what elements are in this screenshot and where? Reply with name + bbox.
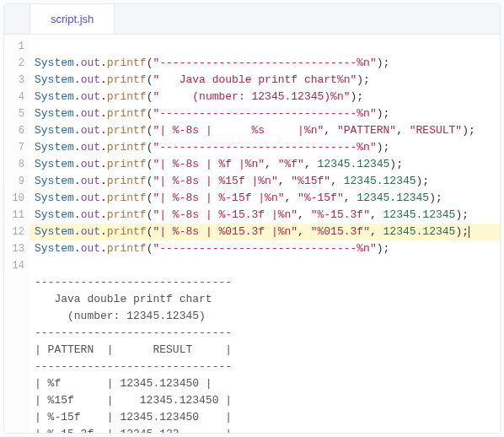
output-text: (number: 12345.12345) [35,310,232,322]
code-token: "%-15.3f" [311,208,370,221]
code-line[interactable]: System.out.printf("---------------------… [29,139,500,156]
code-token: printf [107,90,147,103]
output-line: | %-15.3f | 12345.123 | [29,426,500,433]
code-token: out [81,192,100,204]
code-token: ); [351,90,364,103]
code-line[interactable]: System.out.printf("| %-8s | %15f |%n", "… [29,173,500,190]
code-token: . [100,242,107,255]
output-text: | %f | 12345.123450 | [35,377,212,390]
code-token: printf [107,57,147,69]
code-line[interactable]: System.out.printf("| %-8s | %f |%n", "%f… [29,156,500,173]
line-number: 13 [4,240,24,257]
code-token: . [100,57,107,69]
code-token: , [298,208,311,221]
cursor-caret [469,226,469,238]
line-number: 14 [4,257,24,274]
code-token: ); [416,175,430,187]
code-token: ); [462,124,475,137]
code-token: System [35,57,74,69]
output-line: | %-15f | 12345.123450 | [29,409,500,426]
code-token: out [81,73,100,86]
code-token: . [100,208,107,221]
code-token: "%f" [278,158,304,170]
code-token: , [304,158,318,170]
line-number: 3 [4,72,24,89]
code-token: "RESULT" [410,124,462,137]
output-text: | %15f | 12345.123450 | [35,394,232,407]
output-text: ------------------------------ [35,276,232,289]
code-line[interactable] [29,38,500,55]
code-line[interactable]: System.out.printf("| %-8s | %-15f |%n", … [29,190,500,207]
code-token: System [35,175,74,187]
code-token: , [370,208,383,221]
code-line[interactable]: System.out.printf("---------------------… [29,240,500,257]
code-line[interactable]: System.out.printf("---------------------… [29,55,500,72]
line-number: 12 [4,224,24,240]
tab-bar: script.jsh [4,4,500,35]
code-token: . [100,107,107,120]
code-token: "------------------------------%n" [153,242,376,255]
code-token: "| %-8s | %s |%n" [153,124,324,137]
code-token: System [35,158,74,170]
code-token: System [35,90,74,103]
code-token: , [278,175,292,187]
code-token: ); [377,141,390,154]
code-token: ); [357,73,370,86]
output-line: Java double printf chart [29,291,500,308]
code-line[interactable]: System.out.printf("| %-8s | %-15.3f |%n"… [29,207,500,224]
code-token: ); [455,225,469,238]
code-token: out [81,124,100,137]
code-token: ); [389,158,403,170]
line-number: 6 [4,122,24,139]
code-token: printf [107,107,147,120]
line-number: 4 [4,89,24,105]
line-number: 10 [4,190,24,207]
output-line: ------------------------------ [29,274,500,291]
code-token: out [81,158,100,170]
code-token: out [81,57,100,69]
line-number: 5 [4,105,24,122]
output-line: (number: 12345.12345) [29,308,500,325]
code-token: . [100,124,107,137]
code-token: . [100,141,107,154]
code-area[interactable]: 1234567891011121314 System.out.printf("-… [4,35,500,433]
code-token: , [298,225,311,238]
code-token: ); [377,242,390,255]
code-token: "| %-8s | %15f |%n" [153,175,277,187]
code-token: printf [107,158,147,170]
output-line: | %f | 12345.123450 | [29,375,500,392]
code-token: "------------------------------%n" [153,57,376,69]
output-text: | PATTERN | RESULT | [35,343,232,356]
code-token: . [100,192,107,204]
file-tab[interactable]: script.jsh [29,4,115,34]
code-line[interactable]: System.out.printf(" (number: 12345.12345… [29,89,500,105]
code-token: "%015.3f" [311,225,370,238]
code-token: . [74,107,81,120]
code-token: 12345.12345 [383,208,456,221]
code-line[interactable]: System.out.printf("| %-8s | %s |%n", "PA… [29,122,500,139]
code-token: , [330,175,344,187]
code-token: , [344,192,357,204]
code-token: System [35,242,74,255]
code-line[interactable] [29,257,500,274]
code-token: . [74,242,81,255]
code-line[interactable]: System.out.printf("| %-8s | %015.3f |%n"… [29,224,500,240]
code-token: . [74,208,81,221]
output-line: ------------------------------ [29,359,500,375]
code-token: printf [107,175,147,187]
line-number-gutter: 1234567891011121314 [4,35,29,433]
code-token: . [74,73,81,86]
code-token: ); [429,192,442,204]
code-token: . [100,158,107,170]
code-lines[interactable]: System.out.printf("---------------------… [29,35,500,433]
code-line[interactable]: System.out.printf("---------------------… [29,105,500,122]
code-token: "| %-8s | %-15.3f |%n" [153,208,298,221]
code-token: . [74,57,81,69]
output-line: ------------------------------ [29,325,500,342]
code-line[interactable]: System.out.printf(" Java double printf c… [29,72,500,89]
code-token: ); [377,107,390,120]
code-token: 12345.12345 [383,225,456,238]
code-token: ); [377,57,390,69]
code-token: . [100,90,107,103]
code-token: , [324,124,337,137]
